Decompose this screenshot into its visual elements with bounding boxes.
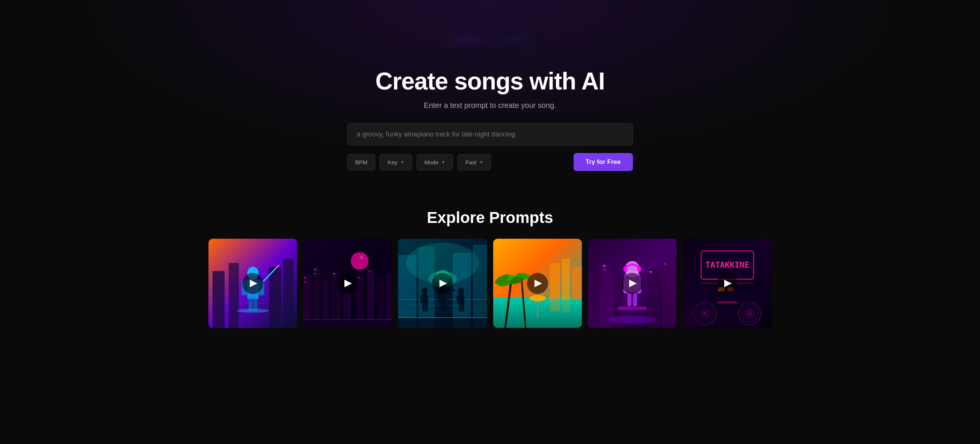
svg-rect-40 (369, 271, 370, 272)
hero-title: Create songs with AI (375, 67, 605, 95)
svg-rect-99 (650, 271, 652, 273)
mode-button[interactable]: Mode ▼ (417, 154, 453, 170)
svg-rect-103 (624, 267, 628, 272)
svg-rect-77 (549, 263, 560, 300)
svg-rect-104 (637, 267, 641, 272)
svg-rect-79 (572, 267, 582, 300)
mode-label: Mode (425, 159, 439, 165)
svg-rect-50 (473, 245, 487, 328)
mode-dropdown-arrow: ▼ (441, 160, 445, 164)
svg-point-24 (351, 252, 369, 270)
svg-rect-69 (457, 295, 460, 303)
svg-rect-78 (562, 259, 570, 300)
key-dropdown-arrow: ▼ (401, 160, 404, 164)
svg-rect-31 (367, 269, 374, 328)
svg-rect-41 (303, 320, 392, 328)
play-icon-3 (439, 280, 447, 287)
play-icon-6 (724, 280, 732, 287)
prompt-card-2[interactable] (303, 239, 392, 328)
svg-rect-5 (525, 25, 533, 41)
play-button-4[interactable] (527, 273, 548, 294)
svg-rect-128 (717, 302, 737, 303)
bpm-label: BPM (355, 159, 368, 165)
svg-rect-3 (441, 27, 451, 45)
svg-rect-92 (588, 271, 600, 328)
svg-rect-73 (398, 318, 487, 328)
svg-rect-58 (422, 305, 425, 311)
controls-row: BPM Key ▼ Mode ▼ Fast ▼ Try for Free (347, 153, 633, 171)
svg-rect-0 (434, 22, 547, 66)
play-button-6[interactable] (717, 273, 738, 294)
play-button-2[interactable] (337, 273, 358, 294)
svg-rect-70 (461, 295, 465, 303)
svg-rect-13 (283, 259, 293, 328)
svg-rect-100 (664, 263, 666, 265)
svg-rect-1 (434, 22, 547, 66)
svg-rect-4 (520, 29, 538, 57)
prompt-card-1[interactable] (208, 239, 298, 328)
play-button-5[interactable] (622, 273, 643, 294)
prompt-card-6[interactable]: TATAKKINE (683, 239, 772, 328)
svg-rect-71 (459, 305, 461, 311)
svg-rect-96 (663, 261, 677, 328)
svg-rect-97 (603, 265, 605, 267)
svg-rect-11 (228, 263, 239, 328)
svg-rect-2 (438, 31, 454, 57)
hero-subtitle: Enter a text prompt to create your song. (424, 101, 556, 110)
svg-rect-107 (628, 292, 632, 307)
prompt-card-4[interactable] (493, 239, 582, 328)
svg-rect-38 (334, 273, 335, 275)
svg-rect-39 (358, 278, 359, 279)
svg-point-123 (748, 311, 752, 316)
svg-rect-64 (440, 302, 443, 310)
svg-rect-48 (418, 247, 434, 328)
explore-section: Explore Prompts (0, 186, 980, 343)
svg-rect-10 (212, 271, 224, 328)
svg-rect-98 (603, 269, 605, 271)
play-icon-5 (629, 280, 637, 287)
svg-rect-108 (633, 292, 638, 307)
play-icon-1 (250, 280, 257, 287)
svg-rect-109 (618, 307, 646, 310)
svg-point-67 (458, 288, 464, 295)
prompt-card-3[interactable] (398, 239, 487, 328)
key-label: Key (388, 159, 398, 165)
svg-text:TATAKKINE: TATAKKINE (705, 260, 749, 270)
bpm-button[interactable]: BPM (347, 154, 375, 170)
svg-rect-26 (313, 267, 320, 328)
svg-point-88 (529, 295, 546, 302)
svg-rect-56 (420, 295, 424, 303)
prompts-grid: TATAKKINE (208, 239, 772, 328)
svg-rect-90 (562, 299, 570, 313)
fast-label: Fast (465, 159, 476, 165)
svg-rect-72 (461, 305, 464, 311)
play-icon-2 (344, 280, 352, 287)
svg-point-54 (421, 288, 428, 295)
svg-rect-37 (314, 273, 316, 275)
svg-point-22 (237, 309, 269, 313)
prompt-input[interactable] (347, 123, 633, 145)
prompt-input-wrapper (347, 123, 633, 145)
explore-title: Explore Prompts (15, 209, 965, 227)
play-button-1[interactable] (242, 273, 263, 294)
svg-rect-65 (443, 302, 446, 310)
svg-rect-34 (304, 278, 306, 279)
play-icon-4 (535, 280, 542, 287)
hero-background-decoration (434, 22, 547, 67)
svg-rect-89 (549, 300, 560, 311)
hero-section: Create songs with AI Enter a text prompt… (0, 0, 980, 186)
svg-point-110 (608, 316, 657, 324)
try-free-button[interactable]: Try for Free (574, 153, 633, 171)
key-button[interactable]: Key ▼ (380, 154, 412, 170)
fast-button[interactable]: Fast ▼ (458, 154, 491, 170)
svg-rect-12 (269, 267, 281, 328)
svg-point-119 (703, 311, 707, 316)
svg-rect-47 (398, 255, 416, 328)
svg-rect-59 (425, 305, 428, 311)
play-button-3[interactable] (432, 273, 453, 294)
svg-rect-35 (304, 281, 306, 282)
prompt-card-5[interactable] (588, 239, 677, 328)
fast-dropdown-arrow: ▼ (479, 160, 483, 164)
svg-rect-36 (314, 269, 316, 270)
svg-rect-57 (425, 295, 428, 303)
